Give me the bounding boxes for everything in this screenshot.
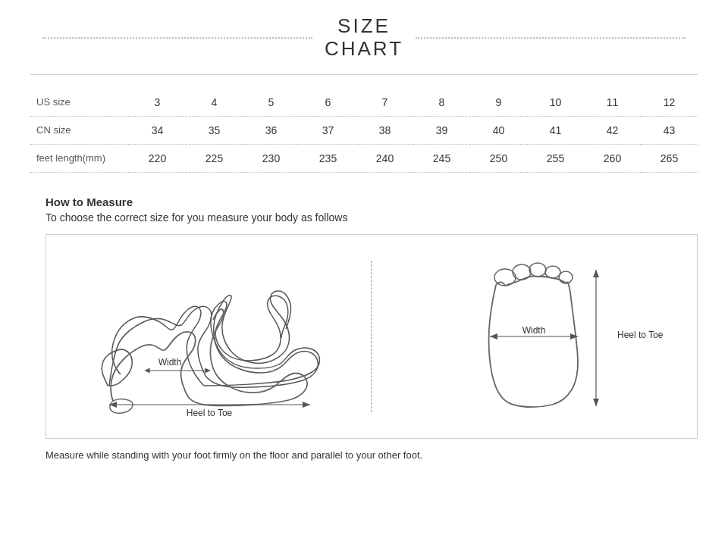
table-row: CN size34353637383940414243 xyxy=(30,116,698,144)
row-cell: 11 xyxy=(584,89,641,117)
row-cell: 37 xyxy=(300,116,356,144)
row-cell: 35 xyxy=(186,116,243,144)
measure-title: How to Measure xyxy=(46,196,682,208)
svg-text:Width: Width xyxy=(522,325,546,336)
center-divider xyxy=(371,261,372,412)
page-container: SIZE CHART US size3456789101112CN size34… xyxy=(0,0,728,483)
measure-note: Measure while standing with your foot fi… xyxy=(46,449,682,461)
foot-top-view: Width Heel to Toe xyxy=(406,246,679,427)
size-table: US size3456789101112CN size3435363738394… xyxy=(30,89,698,173)
diagram-box: Width Heel to Toe xyxy=(46,234,698,439)
row-cell: 8 xyxy=(413,89,470,117)
header-section: SIZE CHART xyxy=(30,15,698,61)
row-cell: 10 xyxy=(527,89,584,117)
svg-marker-12 xyxy=(490,333,497,339)
svg-text:Width: Width xyxy=(158,357,181,368)
row-cell: 235 xyxy=(300,144,356,172)
row-cell: 230 xyxy=(243,144,300,172)
row-cell: 7 xyxy=(356,89,413,117)
svg-point-9 xyxy=(545,266,560,278)
header-divider xyxy=(30,74,698,75)
foot-side-view: Width Heel to Toe xyxy=(64,246,337,427)
svg-point-10 xyxy=(559,271,573,283)
row-cell: 4 xyxy=(186,89,243,117)
row-cell: 5 xyxy=(243,89,300,117)
row-cell: 225 xyxy=(186,144,243,172)
row-cell: 3 xyxy=(129,89,186,117)
row-cell: 6 xyxy=(300,89,356,117)
row-cell: 220 xyxy=(129,144,186,172)
svg-marker-17 xyxy=(593,399,599,406)
dotted-line-left xyxy=(42,37,312,39)
row-cell: 38 xyxy=(356,116,413,144)
measure-section: How to Measure To choose the correct siz… xyxy=(30,196,698,461)
row-cell: 43 xyxy=(641,116,698,144)
table-row: feet length(mm)2202252302352402452502552… xyxy=(30,144,698,172)
svg-marker-16 xyxy=(593,270,599,277)
row-cell: 42 xyxy=(584,116,641,144)
svg-text:Heel to Toe: Heel to Toe xyxy=(187,408,233,418)
row-cell: 255 xyxy=(527,144,584,172)
row-cell: 34 xyxy=(129,116,186,144)
row-cell: 245 xyxy=(413,144,470,172)
row-cell: 265 xyxy=(641,144,698,172)
svg-marker-13 xyxy=(570,333,578,339)
row-cell: 250 xyxy=(470,144,527,172)
row-cell: 36 xyxy=(243,116,300,144)
table-row: US size3456789101112 xyxy=(30,89,698,117)
page-title: SIZE CHART xyxy=(325,15,403,61)
row-cell: 9 xyxy=(470,89,527,117)
row-cell: 260 xyxy=(584,144,641,172)
row-cell: 240 xyxy=(356,144,413,172)
row-label: feet length(mm) xyxy=(30,144,129,172)
svg-point-8 xyxy=(529,263,546,277)
dotted-line-right xyxy=(416,37,686,39)
row-cell: 40 xyxy=(470,116,527,144)
row-cell: 12 xyxy=(641,89,698,117)
title-block: SIZE CHART xyxy=(325,15,403,61)
row-label: CN size xyxy=(30,116,129,144)
svg-text:Heel to Toe: Heel to Toe xyxy=(617,330,664,340)
measure-subtitle: To choose the correct size for you measu… xyxy=(46,211,682,224)
svg-marker-4 xyxy=(303,402,310,408)
row-cell: 41 xyxy=(527,116,584,144)
row-label: US size xyxy=(30,89,129,117)
row-cell: 39 xyxy=(413,116,470,144)
